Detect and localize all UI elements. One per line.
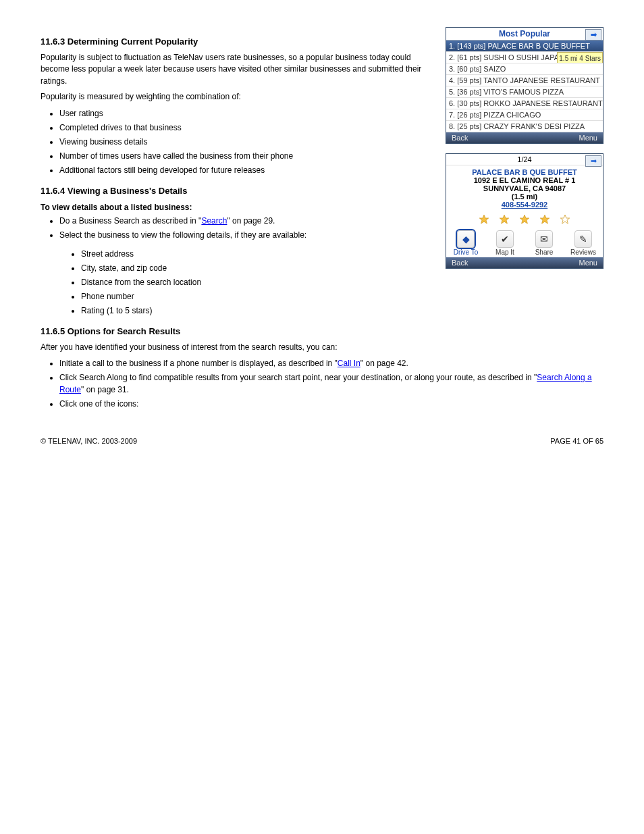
popular-list-item[interactable]: 1. [143 pts] PALACE BAR B QUE BUFFET <box>446 41 603 52</box>
screenshot-business-detail: 1/24 ➡ PALACE BAR B QUE BUFFET 1092 E EL… <box>446 153 603 269</box>
svg-marker-1 <box>500 215 508 224</box>
action-label: Reviews <box>568 249 599 256</box>
popular-title-bar: Most Popular ➡ <box>446 28 603 41</box>
arrow-right-icon: ➡ <box>591 30 597 39</box>
list-item: Phone number <box>81 290 603 303</box>
xref-link[interactable]: Search <box>201 216 227 226</box>
popular-list-item[interactable]: 7. [26 pts] PIZZA CHICAGO <box>446 109 603 121</box>
svg-marker-4 <box>560 215 569 224</box>
menu-softkey[interactable]: Menu <box>579 259 597 267</box>
map-it-icon: ✔ <box>496 230 514 248</box>
bullet-list: Initiate a call to the business if a pho… <box>41 357 603 410</box>
list-item: Click one of the icons: <box>59 398 603 410</box>
screenshot-most-popular: Most Popular ➡ 1. [143 pts] PALACE BAR B… <box>446 27 603 144</box>
drive-to-icon: ◆ <box>457 230 475 248</box>
svg-marker-3 <box>540 215 549 224</box>
rating-tooltip: 1.5 mi 4 Stars <box>557 52 603 63</box>
xref-link[interactable]: Call In <box>338 359 360 368</box>
action-label: Share <box>529 249 560 256</box>
detail-bottom-bar: Back Menu <box>446 257 603 268</box>
section-title: 11.6.5 Options for Search Results <box>41 326 603 336</box>
popular-list-item[interactable]: 3. [60 pts] SAIZO <box>446 63 603 75</box>
list-item: Rating (1 to 5 stars) <box>81 305 603 317</box>
back-softkey[interactable]: Back <box>452 259 468 267</box>
popular-list-item[interactable]: 4. [59 pts] TANTO JAPANESE RESTAURANT <box>446 75 603 86</box>
action-reviews[interactable]: ✎Reviews <box>568 230 599 256</box>
reviews-icon: ✎ <box>574 230 592 248</box>
business-distance: (1.5 mi) <box>446 192 603 201</box>
next-arrow-button[interactable]: ➡ <box>585 29 601 41</box>
star-filled-icon <box>479 214 489 226</box>
action-drive-to[interactable]: ◆Drive To <box>450 230 481 256</box>
star-filled-icon <box>539 214 550 226</box>
svg-marker-0 <box>479 215 488 224</box>
svg-marker-2 <box>520 215 529 224</box>
popular-list-item[interactable]: 5. [36 pts] VITO'S FAMOUS PIZZA <box>446 86 603 98</box>
star-filled-icon <box>519 214 530 226</box>
action-map-it[interactable]: ✔Map It <box>489 230 520 256</box>
body-para: After you have identified your business … <box>41 342 603 353</box>
arrow-right-icon: ➡ <box>591 157 597 165</box>
action-label: Map It <box>489 249 520 256</box>
popular-title: Most Popular <box>499 29 550 38</box>
right-screenshot-column: Most Popular ➡ 1. [143 pts] PALACE BAR B… <box>446 27 603 278</box>
footer-left: © TELENAV, INC. 2003-2009 <box>41 437 137 445</box>
popular-list: 1. [143 pts] PALACE BAR B QUE BUFFET2. [… <box>446 41 603 132</box>
action-label: Drive To <box>450 249 481 256</box>
back-softkey[interactable]: Back <box>452 134 468 142</box>
result-counter: 1/24 <box>517 155 531 163</box>
popular-bottom-bar: Back Menu <box>446 132 603 143</box>
list-item: Click Search Along to find compatible re… <box>59 371 603 396</box>
business-name: PALACE BAR B QUE BUFFET <box>446 168 603 176</box>
detail-counter-bar: 1/24 ➡ <box>446 154 603 165</box>
star-empty-icon <box>560 214 570 226</box>
action-share[interactable]: ✉Share <box>529 230 560 256</box>
list-item: Initiate a call to the business if a pho… <box>59 357 603 369</box>
popular-list-item[interactable]: 8. [25 pts] CRAZY FRANK'S DESI PIZZA <box>446 121 603 132</box>
detail-block: PALACE BAR B QUE BUFFET 1092 E EL CAMINO… <box>446 165 603 210</box>
rating-stars <box>446 214 603 226</box>
next-arrow-button[interactable]: ➡ <box>585 155 601 167</box>
star-filled-icon <box>499 214 510 226</box>
popular-list-item[interactable]: 2. [61 pts] SUSHI O SUSHI JAPAN1.5 mi 4 … <box>446 52 603 63</box>
detail-actions: ◆Drive To✔Map It✉Share✎Reviews <box>446 228 603 257</box>
business-phone[interactable]: 408-554-9292 <box>446 201 603 209</box>
footer-right: PAGE 41 OF 65 <box>550 437 603 445</box>
page-footer: © TELENAV, INC. 2003-2009 PAGE 41 OF 65 <box>41 437 603 445</box>
popular-list-item[interactable]: 6. [30 pts] ROKKO JAPANESE RESTAURANT <box>446 98 603 109</box>
xref-link[interactable]: Search Along a Route <box>59 373 592 394</box>
menu-softkey[interactable]: Menu <box>579 134 597 142</box>
business-addr2: SUNNYVALE, CA 94087 <box>446 184 603 192</box>
business-addr1: 1092 E EL CAMINO REAL # 1 <box>446 176 603 184</box>
share-icon: ✉ <box>535 230 553 248</box>
